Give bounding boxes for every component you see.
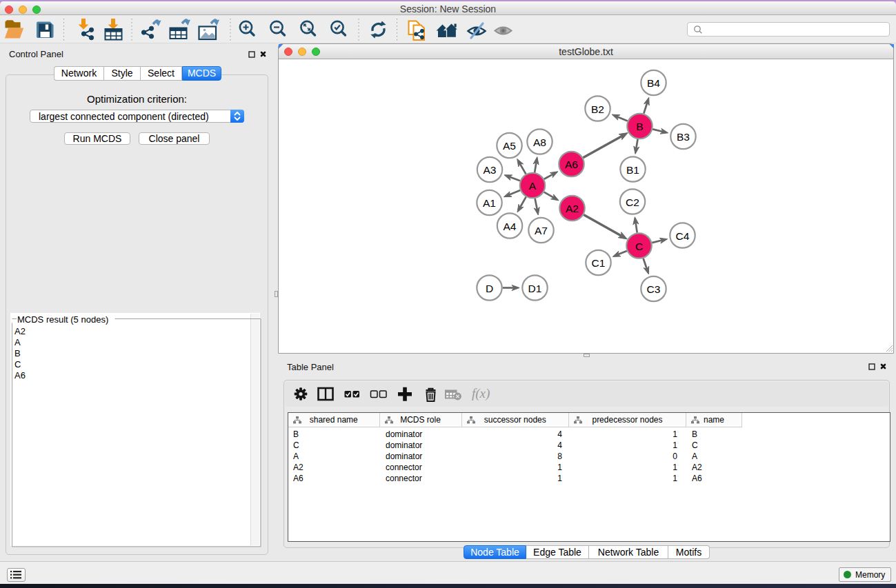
svg-text:B2: B2 xyxy=(591,103,604,115)
svg-text:A3: A3 xyxy=(484,164,497,176)
svg-text:A6: A6 xyxy=(565,159,578,170)
svg-text:C: C xyxy=(635,241,643,252)
svg-text:C2: C2 xyxy=(626,196,639,208)
svg-text:D1: D1 xyxy=(528,283,542,294)
svg-text:A2: A2 xyxy=(566,203,579,214)
svg-text:B3: B3 xyxy=(677,131,690,143)
svg-text:D: D xyxy=(486,283,493,294)
svg-text:C3: C3 xyxy=(647,283,661,295)
svg-text:B4: B4 xyxy=(647,77,660,89)
svg-text:A: A xyxy=(529,180,537,192)
svg-text:A8: A8 xyxy=(533,136,546,148)
svg-text:B1: B1 xyxy=(626,164,639,176)
svg-text:A1: A1 xyxy=(483,197,496,209)
svg-text:A7: A7 xyxy=(535,225,548,236)
svg-text:A4: A4 xyxy=(504,221,517,232)
svg-text:C4: C4 xyxy=(676,230,690,242)
svg-text:C1: C1 xyxy=(592,257,606,269)
svg-text:A5: A5 xyxy=(503,140,516,152)
svg-text:B: B xyxy=(636,121,643,132)
